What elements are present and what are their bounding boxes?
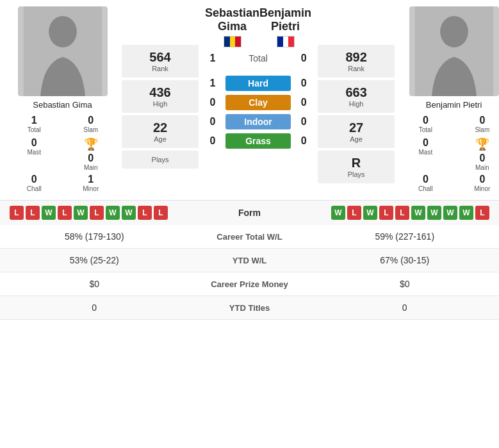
player2-high-val: 663 — [320, 85, 392, 100]
form-badge-w: W — [363, 206, 377, 220]
grass-p2: 0 — [296, 135, 311, 147]
form-badge-w: W — [459, 206, 473, 220]
player1-mast-box: 0 Mast — [6, 136, 62, 171]
player1-rank-val: 564 — [124, 50, 196, 65]
player1-total-label: Total — [28, 126, 41, 133]
player1-form: LLWLWLWWLL — [10, 206, 168, 220]
surface-rows: 1 Hard 0 0 Clay 0 0 Indoor 0 0 Grass — [205, 76, 311, 149]
player2-chall-val: 0 — [423, 174, 429, 185]
player2-minor-label: Minor — [474, 185, 490, 192]
clay-p1: 0 — [205, 97, 220, 108]
player1-rank-block: 564 Rank — [122, 45, 199, 78]
svg-point-1 — [49, 16, 77, 47]
player2-total-label: Total — [419, 126, 432, 133]
form-badge-w: W — [443, 206, 457, 220]
form-badge-w: W — [106, 206, 120, 220]
player1-name-top: SebastianGima — [205, 6, 259, 33]
player1-main-val: 0 — [88, 153, 94, 164]
ytd-wl-p1: 53% (25-22) — [10, 255, 179, 265]
form-badge-l: L — [10, 206, 24, 220]
player2-form: WLWLLWWWWL — [331, 206, 489, 220]
trophy-icon-right: 🏆 — [475, 137, 489, 151]
clay-p2: 0 — [296, 97, 311, 108]
total-p2-score: 0 — [296, 53, 311, 64]
player1-rank-label: Rank — [124, 65, 196, 72]
svg-point-3 — [440, 16, 468, 47]
player1-plays-label: Plays — [124, 156, 196, 163]
player2-mast-box: 0 Mast — [398, 136, 454, 171]
player2-rank-label: Rank — [320, 65, 392, 72]
prize-p1: $0 — [10, 279, 179, 289]
player2-total-box: 0 Total — [398, 113, 454, 135]
player2-main-val: 0 — [479, 153, 485, 164]
prize-label: Career Prize Money — [179, 279, 320, 289]
player2-plays-block: R Plays — [318, 151, 395, 183]
player1-age-val: 22 — [124, 120, 196, 135]
form-badge-l: L — [90, 206, 104, 220]
player1-name: Sebastian Gima — [33, 100, 92, 110]
player1-age-label: Age — [124, 135, 196, 143]
player2-rank-val: 892 — [320, 50, 392, 65]
top-section: Sebastian Gima 1 Total 0 Slam 0 Mast 🏆 0 — [0, 0, 499, 200]
form-badge-w: W — [74, 206, 88, 220]
form-badge-l: L — [138, 206, 152, 220]
surface-section: SebastianGima BenjaminPietri 1 Total 0 — [202, 6, 315, 194]
player1-flag — [224, 36, 241, 47]
player2-slam-val: 0 — [479, 115, 485, 126]
clay-badge: Clay — [225, 95, 291, 110]
player2-chall-box: 0 Chall — [398, 172, 454, 194]
player1-chall-label: Chall — [27, 185, 42, 192]
form-badge-l: L — [154, 206, 168, 220]
career-wl-row: 58% (179-130) Career Total W/L 59% (227-… — [0, 225, 499, 249]
player1-main-label: Main — [84, 164, 98, 171]
total-row: 1 Total 0 — [205, 53, 311, 64]
player1-slam-val: 0 — [88, 115, 94, 126]
form-badge-w: W — [411, 206, 425, 220]
form-badge-w: W — [331, 206, 345, 220]
titles-p1: 0 — [10, 303, 179, 313]
hard-badge: Hard — [225, 76, 291, 91]
player1-avatar — [18, 6, 108, 96]
player1-stats: 1 Total 0 Slam 0 Mast 🏆 0 Main 0 — [6, 113, 119, 194]
player1-minor-val: 1 — [88, 174, 94, 185]
player1-total-val: 1 — [31, 115, 37, 126]
player2-name: Benjamin Pietri — [426, 100, 482, 110]
form-badge-l: L — [475, 206, 489, 220]
player2-main-label: Main — [475, 164, 489, 171]
player1-plays-block: Plays — [122, 151, 199, 169]
indoor-row: 0 Indoor 0 — [205, 114, 311, 129]
player1-mast-val: 0 — [31, 137, 37, 149]
player2-flag — [277, 36, 295, 47]
form-badge-w: W — [427, 206, 441, 220]
player2-card: Benjamin Pietri 0 Total 0 Slam 0 Mast 🏆 … — [398, 6, 499, 194]
player1-slam-label: Slam — [83, 126, 98, 133]
player1-card: Sebastian Gima 1 Total 0 Slam 0 Mast 🏆 0 — [6, 6, 119, 194]
stats-table: 58% (179-130) Career Total W/L 59% (227-… — [0, 225, 499, 320]
player1-center-stats: 564 Rank 436 High 22 Age Plays — [122, 6, 199, 194]
player2-rank-block: 892 Rank — [318, 45, 395, 78]
indoor-p2: 0 — [296, 116, 311, 128]
player1-age-block: 22 Age — [122, 115, 199, 148]
player2-name-top: BenjaminPietri — [259, 6, 311, 33]
ytd-wl-label: YTD W/L — [179, 256, 320, 265]
clay-row: 0 Clay 0 — [205, 95, 311, 110]
player2-age-block: 27 Age — [318, 115, 395, 148]
player2-age-label: Age — [320, 135, 392, 143]
player2-chall-label: Chall — [418, 185, 433, 192]
career-wl-p2: 59% (227-161) — [320, 231, 490, 242]
grass-badge: Grass — [225, 133, 291, 149]
ytd-wl-row: 53% (25-22) YTD W/L 67% (30-15) — [0, 249, 499, 272]
player1-high-val: 436 — [124, 85, 196, 100]
indoor-p1: 0 — [205, 116, 220, 128]
player2-age-val: 27 — [320, 120, 392, 135]
player2-stats: 0 Total 0 Slam 0 Mast 🏆 0 Main 0 — [398, 113, 499, 194]
form-badge-l: L — [347, 206, 361, 220]
player2-slam-box: 0 Slam — [455, 113, 499, 135]
player2-plays-label: Plays — [320, 170, 392, 178]
player2-minor-val: 0 — [479, 174, 485, 185]
player1-minor-label: Minor — [83, 185, 99, 192]
prize-p2: $0 — [320, 279, 490, 289]
form-badge-l: L — [26, 206, 40, 220]
career-wl-label: Career Total W/L — [179, 232, 320, 242]
total-p1-score: 1 — [205, 53, 220, 64]
